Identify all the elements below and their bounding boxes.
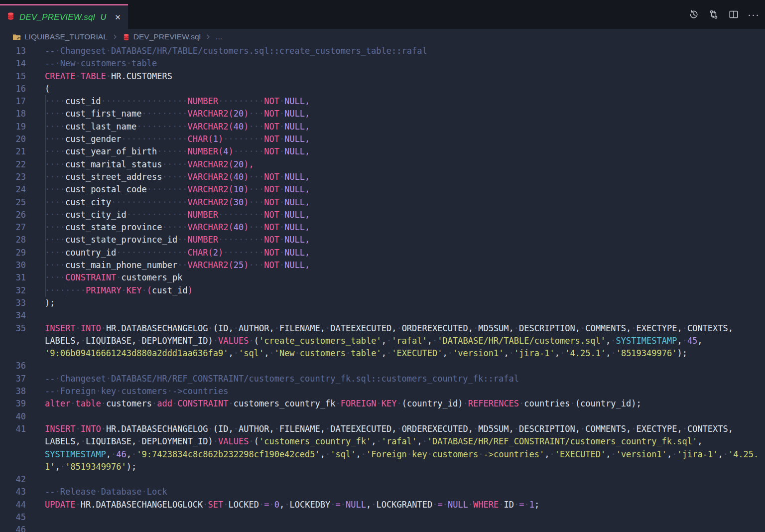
code-line[interactable]: 45 [0, 511, 765, 524]
line-number [0, 335, 26, 347]
line-number [0, 435, 26, 448]
code-line[interactable]: 35INSERT·INTO·HR.DATABASECHANGELOG·(ID,·… [0, 322, 765, 335]
code-line[interactable]: 13--·Changeset·DATABASE/HR/TABLE/custome… [0, 45, 765, 57]
line-number [0, 448, 26, 461]
code-line[interactable]: 25····cust_city···············VARCHAR2(3… [0, 196, 765, 209]
line-number: 32 [0, 284, 26, 297]
code-line[interactable]: 23····cust_street_address·····VARCHAR2(4… [0, 171, 765, 183]
indent-guide [45, 95, 46, 108]
line-number: 35 [0, 322, 26, 335]
code-line[interactable]: 29····country_id··············CHAR(2)···… [0, 247, 765, 259]
code-area: 13--·Changeset·DATABASE/HR/TABLE/custome… [0, 45, 765, 532]
indent-guide [45, 145, 46, 158]
line-number: 42 [0, 473, 26, 486]
sql-database-icon [6, 12, 15, 22]
close-tab-icon[interactable]: ✕ [115, 13, 121, 22]
tab-dev-preview[interactable]: DEV_PREVIEW.sql U ✕ [0, 4, 128, 29]
breadcrumb: LIQUIBASE_TUTORIAL DEV_PREVIEW.sql ... [0, 29, 765, 45]
line-number: 30 [0, 259, 26, 271]
code-line[interactable]: 26····cust_city_id············NUMBER····… [0, 209, 765, 221]
code-line-content: --·Changeset·DATABASE/HR/TABLE/customers… [26, 45, 765, 57]
editor-actions: ··· [687, 8, 760, 21]
code-line-content: ····CONSTRAINT·customers_pk [26, 271, 765, 284]
code-line[interactable]: 32········PRIMARY·KEY·(cust_id) [0, 284, 765, 297]
code-line-content [26, 360, 765, 372]
open-changes-icon[interactable] [707, 8, 720, 21]
code-line-content: UPDATE·HR.DATABASECHANGELOGLOCK·SET·LOCK… [26, 499, 765, 511]
code-line[interactable]: 19····cust_last_name··········VARCHAR2(4… [0, 121, 765, 133]
code-line[interactable]: 40 [0, 410, 765, 423]
indent-guide [45, 271, 46, 284]
line-number: 18 [0, 108, 26, 120]
code-line[interactable]: 44UPDATE·HR.DATABASECHANGELOGLOCK·SET·LO… [0, 499, 765, 511]
line-number: 17 [0, 95, 26, 108]
code-line[interactable]: 34 [0, 309, 765, 322]
history-icon[interactable] [687, 8, 700, 21]
line-number: 21 [0, 145, 26, 158]
code-line[interactable]: LABELS,·LIQUIBASE,·DEPLOYMENT_ID)·VALUES… [0, 335, 765, 347]
line-number: 20 [0, 133, 26, 145]
indent-guide [45, 221, 46, 234]
code-line-content: ····cust_city_id············NUMBER······… [26, 209, 765, 221]
line-number: 24 [0, 183, 26, 196]
indent-guide [45, 121, 46, 133]
code-line-content: ( [26, 83, 765, 95]
code-line-content: ········PRIMARY·KEY·(cust_id) [26, 284, 765, 297]
code-line[interactable]: 14--·New·customers·table [0, 57, 765, 70]
line-number: 23 [0, 171, 26, 183]
code-line-content: CREATE·TABLE·HR.CUSTOMERS [26, 70, 765, 83]
code-line-content: ····cust_first_name·········VARCHAR2(20)… [26, 108, 765, 120]
code-line[interactable]: 18····cust_first_name·········VARCHAR2(2… [0, 108, 765, 120]
code-line[interactable]: LABELS,·LIQUIBASE,·DEPLOYMENT_ID)·VALUES… [0, 435, 765, 448]
code-line[interactable]: 16( [0, 83, 765, 95]
indent-guide [45, 108, 46, 120]
indent-guide [66, 284, 66, 297]
indent-guide [45, 209, 46, 221]
line-number: 44 [0, 499, 26, 511]
indent-guide [45, 158, 46, 171]
code-line[interactable]: 1',·'8519349976'); [0, 461, 765, 473]
code-line[interactable]: 38--·Foreign·key·customers·->countries [0, 385, 765, 398]
code-line[interactable]: '9:06b09416661243d880a2ddd1aa636fa9',·'s… [0, 347, 765, 360]
code-line-content: ····cust_city···············VARCHAR2(30)… [26, 196, 765, 209]
code-line[interactable]: SYSTIMESTAMP,·46,·'9:7423834c8c862b23229… [0, 448, 765, 461]
code-line[interactable]: 36 [0, 360, 765, 372]
code-line-content: alter·table·customers·add·CONSTRAINT·cus… [26, 398, 765, 410]
code-line[interactable]: 21····cust_year_of_birth······NUMBER(4)·… [0, 145, 765, 158]
code-line[interactable]: 43--·Release·Database·Lock [0, 486, 765, 498]
code-line[interactable]: 37--·Changeset·DATABASE/HR/REF_CONSTRAIN… [0, 373, 765, 385]
code-line[interactable]: 15CREATE·TABLE·HR.CUSTOMERS [0, 70, 765, 83]
code-line[interactable]: 46 [0, 524, 765, 532]
code-line-content: ····cust_postal_code········VARCHAR2(10)… [26, 183, 765, 196]
code-line[interactable]: 24····cust_postal_code········VARCHAR2(1… [0, 183, 765, 196]
breadcrumb-item-folder[interactable]: LIQUIBASE_TUTORIAL [24, 32, 108, 41]
git-untracked-badge: U [101, 13, 107, 22]
tab-filename: DEV_PREVIEW.sql [19, 12, 95, 22]
code-line[interactable]: 17····cust_id·················NUMBER····… [0, 95, 765, 108]
code-line[interactable]: 41INSERT·INTO·HR.DATABASECHANGELOG·(ID,·… [0, 423, 765, 435]
code-line-content [26, 410, 765, 423]
more-actions-icon[interactable]: ··· [747, 8, 760, 21]
code-line[interactable]: 39alter·table·customers·add·CONSTRAINT·c… [0, 398, 765, 410]
breadcrumb-item-file[interactable]: DEV_PREVIEW.sql [133, 32, 201, 41]
line-number: 14 [0, 57, 26, 70]
split-editor-icon[interactable] [727, 8, 740, 21]
code-line-content [26, 511, 765, 524]
code-line-content: --·Foreign·key·customers·->countries [26, 385, 765, 398]
code-line[interactable]: 30····cust_main_phone_number··VARCHAR2(2… [0, 259, 765, 271]
code-line[interactable]: 27····cust_state_province·····VARCHAR2(4… [0, 221, 765, 234]
code-line[interactable]: 28····cust_state_province_id··NUMBER····… [0, 234, 765, 246]
code-editor[interactable]: 13--·Changeset·DATABASE/HR/TABLE/custome… [0, 45, 765, 532]
sql-database-icon [123, 33, 130, 41]
code-line[interactable]: 31····CONSTRAINT·customers_pk [0, 271, 765, 284]
code-line[interactable]: 22····cust_marital_status·····VARCHAR2(2… [0, 158, 765, 171]
code-line-content: ····cust_last_name··········VARCHAR2(40)… [26, 121, 765, 133]
code-line[interactable]: 20····cust_gender·············CHAR(1)···… [0, 133, 765, 145]
line-number: 46 [0, 524, 26, 532]
code-line-content [26, 309, 765, 322]
breadcrumb-item-symbol[interactable]: ... [216, 32, 222, 41]
indent-guide [45, 196, 46, 209]
code-line[interactable]: 33); [0, 297, 765, 309]
code-line[interactable]: 42 [0, 473, 765, 486]
line-number: 33 [0, 297, 26, 309]
